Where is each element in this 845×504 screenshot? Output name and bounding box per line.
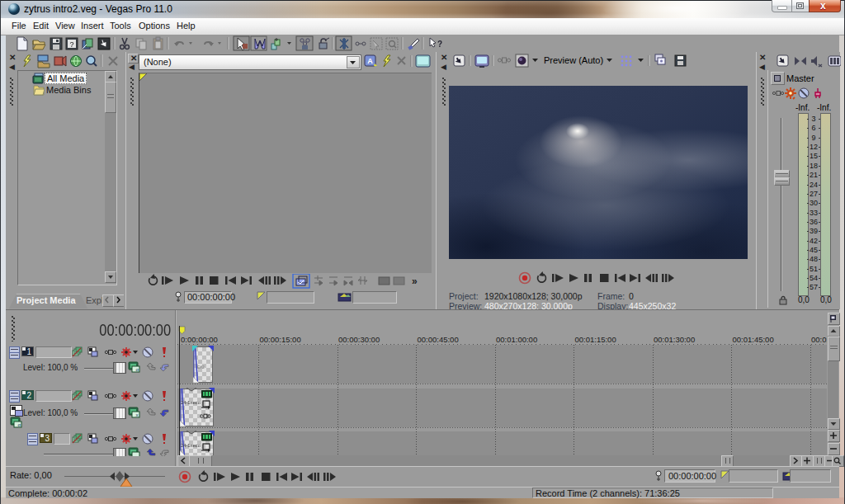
svg-text:x: x [136, 412, 139, 417]
svg-text:α: α [136, 367, 139, 372]
svg-text:α: α [18, 422, 21, 427]
svg-text:»: » [412, 276, 418, 287]
svg-text:?: ? [437, 40, 442, 49]
svg-text:?: ? [69, 40, 73, 49]
svg-text:A: A [367, 57, 373, 65]
svg-text:Preview (Auto): Preview (Auto) [544, 55, 603, 65]
